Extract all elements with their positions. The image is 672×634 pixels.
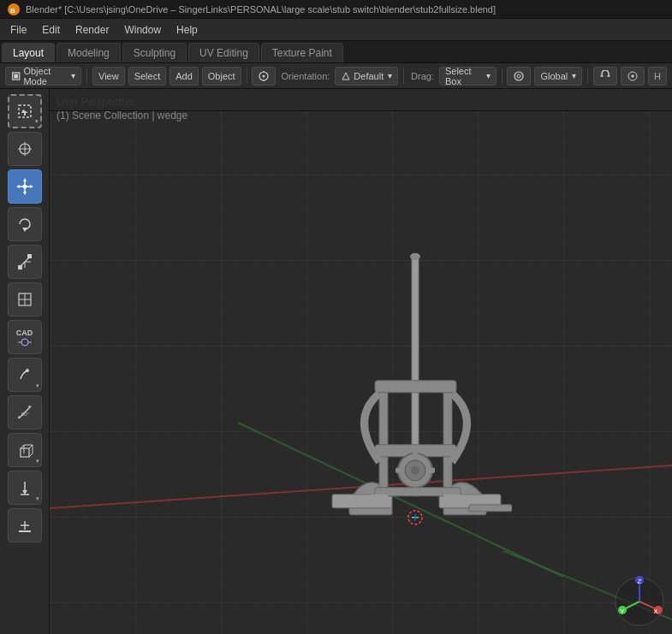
snap-icon [258, 70, 270, 82]
move-tool-btn[interactable] [8, 169, 42, 204]
svg-rect-26 [18, 265, 22, 270]
separator-3 [403, 68, 404, 84]
svg-text:90°: 90° [21, 412, 30, 417]
svg-text:Z: Z [638, 578, 642, 585]
tab-uv-editing[interactable]: UV Editing [188, 43, 259, 62]
menu-edit[interactable]: Edit [35, 22, 67, 38]
main-area: ▾ [0, 89, 672, 634]
global-dropdown[interactable]: Global [534, 67, 582, 86]
grid-background [50, 89, 672, 634]
scale-tool-btn[interactable] [8, 245, 42, 279]
measure-icon: 90° [16, 404, 33, 421]
annotate-arrow: ▾ [36, 382, 39, 389]
separator-4 [502, 68, 503, 84]
workspace-tabs: Layout Modeling Sculpting UV Editing Tex… [0, 41, 672, 63]
svg-rect-23 [23, 185, 27, 188]
mode-bar [50, 89, 672, 111]
mode-label: Object Mode [23, 66, 67, 86]
svg-marker-22 [30, 185, 33, 188]
rotate-icon [16, 216, 33, 233]
axis-gizmo: X Y Z [614, 576, 665, 627]
object-btn[interactable]: Object [202, 67, 241, 86]
axis-gizmo-svg: X Y Z [614, 576, 665, 627]
tab-texture-paint[interactable]: Texture Paint [261, 43, 343, 62]
proportional-icon [513, 70, 525, 82]
rotate-tool-btn[interactable] [8, 207, 42, 241]
menu-render[interactable]: Render [68, 22, 116, 38]
extra-icon [627, 70, 639, 82]
add-btn[interactable]: Add [169, 67, 199, 86]
menu-window[interactable]: Window [117, 22, 168, 38]
mode-icon [11, 70, 21, 82]
tab-modeling[interactable]: Modeling [56, 43, 121, 62]
drag-dropdown[interactable]: Select Box [439, 67, 497, 86]
svg-text:Y: Y [620, 607, 625, 615]
transform-tool-btn[interactable] [8, 282, 42, 317]
separator-1 [86, 68, 87, 84]
orientation-icon [341, 71, 351, 81]
select-box-tool-btn[interactable]: ▾ [8, 94, 42, 128]
svg-text:X: X [653, 607, 658, 615]
view-btn[interactable]: View [92, 67, 125, 86]
separator-5 [587, 68, 588, 84]
window-title: Blender* [C:\Users\jsing\OneDrive – Sing… [26, 4, 496, 15]
orientation-dropdown[interactable]: Default [335, 67, 398, 86]
move-to-bottom-btn[interactable]: ▾ [8, 471, 42, 505]
svg-marker-19 [23, 178, 27, 181]
cube-arrow: ▾ [36, 458, 39, 465]
svg-rect-3 [14, 74, 18, 78]
svg-text:B: B [10, 7, 15, 15]
svg-marker-20 [23, 192, 27, 195]
svg-point-8 [514, 72, 523, 80]
svg-rect-41 [21, 448, 29, 457]
cad-tool-btn[interactable]: CAD [8, 320, 42, 354]
menu-bar: File Edit Render Window Help [0, 19, 672, 41]
tab-layout[interactable]: Layout [2, 43, 55, 62]
global-value: Global [540, 71, 568, 81]
svg-point-33 [21, 339, 28, 346]
header-toolbar: Object Mode View Select Add Object Orien… [0, 63, 672, 89]
viewport[interactable]: User Perspective (1) Scene Collection | … [50, 89, 672, 634]
svg-marker-21 [16, 185, 20, 188]
svg-rect-52 [50, 89, 672, 634]
separator-2 [247, 68, 247, 84]
svg-point-9 [517, 74, 520, 78]
left-toolbar: ▾ [0, 89, 50, 634]
menu-help[interactable]: Help [169, 22, 205, 38]
transform-icon [16, 291, 33, 308]
hide-panel-btn[interactable]: H [648, 67, 667, 86]
add-bottom-icon [16, 517, 33, 534]
svg-point-5 [263, 74, 265, 77]
svg-line-43 [29, 445, 33, 448]
cursor-icon [16, 140, 33, 157]
cad-label: CAD [16, 329, 33, 337]
cursor-tool-btn[interactable] [8, 132, 42, 166]
svg-rect-50 [19, 530, 31, 532]
annotate-tool-btn[interactable]: ▾ [8, 358, 42, 392]
add-cube-tool-btn[interactable]: ▾ [8, 433, 42, 467]
add-cube-icon [16, 441, 33, 459]
drag-value: Select Box [445, 66, 482, 86]
magnet-icon [599, 70, 611, 82]
add-bottom-btn[interactable] [8, 508, 42, 542]
title-bar: B Blender* [C:\Users\jsing\OneDrive – Si… [0, 0, 672, 19]
blender-logo-icon: B [7, 3, 21, 16]
menu-file[interactable]: File [3, 22, 33, 38]
viewport-gizmos: X Y Z [614, 576, 665, 627]
move-bottom-arrow: ▾ [36, 495, 39, 502]
proportional-edit-btn[interactable] [507, 67, 531, 86]
svg-rect-27 [27, 254, 32, 258]
select-box-icon [16, 103, 33, 120]
orientation-value: Default [354, 71, 384, 81]
corner-arrow: ▾ [35, 118, 39, 125]
move-icon [15, 177, 34, 196]
measure-tool-btn[interactable]: 90° [8, 395, 42, 430]
tab-sculpting[interactable]: Sculpting [122, 43, 187, 62]
snap-icon-btn[interactable] [252, 67, 276, 86]
snap-toggle-btn[interactable] [593, 67, 617, 86]
extra-btn[interactable] [621, 67, 645, 86]
object-mode-dropdown[interactable]: Object Mode [5, 67, 81, 86]
annotate-icon [16, 366, 33, 383]
cad-icon [18, 338, 32, 347]
select-btn[interactable]: Select [128, 67, 167, 86]
